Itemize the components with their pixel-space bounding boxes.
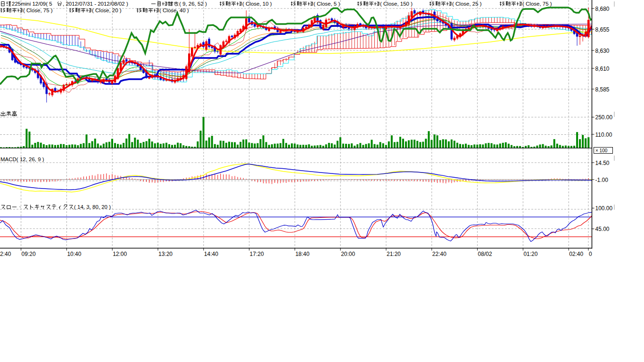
svg-text:110.00: 110.00 <box>595 132 612 138</box>
svg-text:( Close, 10 ): ( Close, 10 ) <box>242 1 272 7</box>
svg-text:18:40: 18:40 <box>295 251 309 257</box>
svg-text:01:20: 01:20 <box>523 251 537 257</box>
svg-text:20:00: 20:00 <box>341 251 355 257</box>
svg-text:( 14, 3, 80, 20 ): ( 14, 3, 80, 20 ) <box>74 204 111 210</box>
svg-text:MACD( 12, 26, 9 ): MACD( 12, 26, 9 ) <box>0 156 44 162</box>
svg-text:100.00: 100.00 <box>595 205 613 212</box>
svg-text:× 100: × 100 <box>595 148 608 153</box>
svg-text:08/02: 08/02 <box>478 251 492 257</box>
svg-text:8,680: 8,680 <box>595 6 610 12</box>
svg-text:09:20: 09:20 <box>22 251 36 257</box>
svg-text:22:40: 22:40 <box>432 251 446 257</box>
svg-text:225mini 12/09( 5: 225mini 12/09( 5 <box>12 1 52 7</box>
svg-text:-1.00: -1.00 <box>595 177 609 183</box>
svg-text:8,610: 8,610 <box>595 66 610 72</box>
svg-text:02:40: 02:40 <box>569 251 583 257</box>
svg-text:10:40: 10:40 <box>67 251 81 257</box>
svg-text:14.50: 14.50 <box>595 160 610 166</box>
svg-text:13:20: 13:20 <box>158 251 173 257</box>
svg-text:45.00: 45.00 <box>595 226 610 232</box>
svg-text:12:00: 12:00 <box>113 251 127 257</box>
svg-text:( Close, 75 ): ( Close, 75 ) <box>522 1 552 7</box>
svg-text:8,585: 8,585 <box>595 86 610 93</box>
svg-text:( 9, 26, 52 ): ( 9, 26, 52 ) <box>179 1 207 7</box>
svg-text:( Close, 150 ): ( Close, 150 ) <box>380 1 413 7</box>
svg-text:14:40: 14:40 <box>204 251 218 257</box>
svg-text:8,655: 8,655 <box>595 26 610 33</box>
svg-text:, 2012/07/31 - 2012/08/02 ): , 2012/07/31 - 2012/08/02 ) <box>63 1 128 7</box>
svg-text:( Close, 40 ): ( Close, 40 ) <box>159 8 189 13</box>
svg-text:( Close, 75 ): ( Close, 75 ) <box>23 8 53 13</box>
svg-text:21:20: 21:20 <box>387 251 401 257</box>
svg-text:8,630: 8,630 <box>595 48 610 54</box>
svg-text:( Close, 25 ): ( Close, 25 ) <box>452 1 482 7</box>
svg-text:17:20: 17:20 <box>250 251 264 257</box>
svg-text:2:40: 2:40 <box>0 251 11 257</box>
svg-text:250.00: 250.00 <box>595 114 613 121</box>
svg-text:0: 0 <box>589 251 592 257</box>
svg-text:( Close, 20 ): ( Close, 20 ) <box>92 8 122 13</box>
svg-text:( Close, 5 ): ( Close, 5 ) <box>314 1 340 7</box>
